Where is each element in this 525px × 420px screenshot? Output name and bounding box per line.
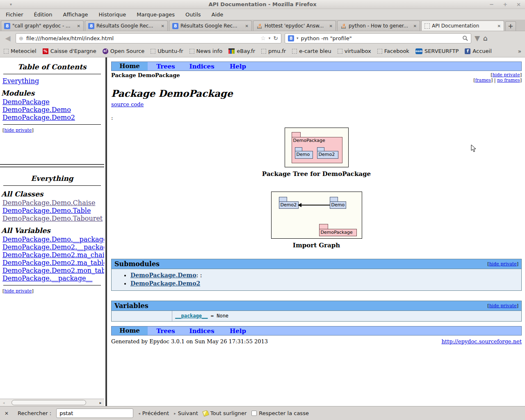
submodule-item: DemoPackage.Demo: :: [130, 271, 521, 279]
toc-link-demopackage-demo[interactable]: DemoPackage.Demo: [0, 106, 104, 114]
horizontal-scrollbar[interactable]: ◂ ▸: [0, 399, 104, 406]
find-input[interactable]: [56, 409, 133, 418]
source-code-link[interactable]: source code: [111, 101, 144, 107]
search-input[interactable]: [301, 35, 460, 41]
scrollbar-thumb[interactable]: [11, 400, 86, 405]
downloads-button[interactable]: ▼: [475, 34, 480, 42]
bookmark-open-source[interactable]: o!Open Source: [103, 48, 145, 54]
hide-private-link[interactable]: hide private: [4, 128, 32, 133]
nav-home[interactable]: Home: [112, 326, 148, 335]
nav-help[interactable]: Help: [220, 63, 256, 70]
url-dropdown-icon[interactable]: ▾: [269, 36, 271, 40]
bookmark-serveurftp[interactable]: osmSERVEURFTP: [415, 48, 459, 54]
submodule-link-demo2[interactable]: DemoPackage.Demo2: [130, 280, 200, 287]
menu-aide[interactable]: Aide: [212, 11, 224, 18]
url-bar[interactable]: ⊕ ☆ ▾ ↻: [16, 33, 281, 43]
tab-close-icon[interactable]: ✕: [329, 24, 333, 28]
url-input[interactable]: [26, 35, 258, 41]
nav-help[interactable]: Help: [220, 327, 256, 335]
home-button[interactable]: ⌂: [483, 34, 488, 42]
frameset-divider[interactable]: [104, 57, 108, 406]
menu-marque-pages[interactable]: Marque-pages: [137, 11, 175, 18]
close-button[interactable]: ×: [516, 1, 521, 7]
google-search-engine-icon[interactable]: 8: [288, 35, 294, 41]
tab-close-icon[interactable]: ✕: [245, 24, 249, 28]
variable-link[interactable]: DemoPackage.__package__: [0, 274, 104, 282]
bookmark-virtualbox[interactable]: virtualbox: [338, 48, 371, 54]
scroll-left-icon[interactable]: ◂: [1, 401, 7, 405]
tab-api-documentation[interactable]: API Documentation ✕: [421, 21, 504, 31]
menu-affichage[interactable]: Affichage: [63, 11, 88, 18]
tab-hottest-epydoc[interactable]: Hottest 'epydoc' Answ... ✕: [253, 21, 336, 31]
frames-link[interactable]: frames: [475, 78, 491, 83]
new-tab-button[interactable]: +: [505, 21, 516, 31]
bookmark-ebay[interactable]: eBay.fr: [228, 48, 255, 54]
bookmark-accueil[interactable]: fAccueil: [465, 48, 491, 54]
minimize-button[interactable]: −: [489, 1, 494, 7]
bookmark-ubuntu-fr[interactable]: Ubuntu-fr: [151, 48, 183, 54]
package-tree-graph[interactable]: DemoPackage Demo Demo2: [285, 128, 349, 167]
frame-divider[interactable]: [0, 164, 104, 167]
tab-call-graph[interactable]: 8 "call graph" epydoc - ... ✕: [1, 21, 84, 31]
bookmark-facebook[interactable]: Facebook: [377, 48, 409, 54]
nav-trees[interactable]: Trees: [148, 327, 184, 335]
search-engine-dropdown-icon[interactable]: ▾: [297, 36, 299, 40]
bookmark-caisse-epargne[interactable]: %Caisse d'Epargne: [43, 48, 96, 54]
window-menu-icon[interactable]: ▾: [10, 2, 12, 7]
hide-private-link[interactable]: hide private: [489, 303, 517, 308]
no-frames-link[interactable]: no frames: [497, 78, 520, 83]
submodule-link-demo[interactable]: DemoPackage.Demo: [130, 272, 196, 278]
menu-historique[interactable]: Historique: [99, 11, 126, 18]
bookmark-meteociel[interactable]: Meteociel: [4, 48, 37, 54]
tab-close-icon[interactable]: ✕: [77, 24, 80, 28]
menu-outils[interactable]: Outils: [185, 11, 201, 18]
bookmark-pmu[interactable]: pmu.fr: [261, 48, 286, 54]
tab-resultats-google-2[interactable]: 8 Résultats Google Rec... ✕: [169, 21, 252, 31]
hide-private-link[interactable]: hide private: [489, 261, 517, 267]
variable-link[interactable]: DemoPackage.Demo2.__package__: [0, 243, 104, 251]
bookmarks-overflow-icon[interactable]: »: [518, 48, 521, 55]
variable-link[interactable]: DemoPackage.Demo2.ma_table: [0, 259, 104, 267]
bookmark-star-icon[interactable]: ☆: [260, 35, 266, 41]
class-link-tabouret[interactable]: DemoPackage.Demo.Tabouret: [0, 215, 104, 222]
scroll-right-icon[interactable]: ▸: [98, 401, 103, 405]
tab-close-icon[interactable]: ✕: [498, 24, 501, 28]
highlight-all-button[interactable]: Tout surligner: [203, 410, 247, 416]
variable-link[interactable]: DemoPackage.Demo.__package__: [0, 235, 104, 243]
caisse-epargne-icon: %: [43, 48, 48, 54]
toc-link-demopackage-demo2[interactable]: DemoPackage.Demo2: [0, 114, 104, 121]
nav-home[interactable]: Home: [112, 62, 148, 71]
bookmark-e-carte-bleu[interactable]: e-carte bleu: [292, 48, 331, 54]
find-next-button[interactable]: ▸Suivant: [174, 410, 198, 416]
hide-private-link[interactable]: hide private: [4, 288, 32, 294]
match-case-checkbox[interactable]: [251, 411, 257, 416]
tab-close-icon[interactable]: ✕: [161, 24, 164, 28]
find-close-icon[interactable]: ✕: [5, 411, 9, 416]
hide-private-link[interactable]: hide private: [493, 72, 520, 78]
match-case-option[interactable]: Respecter la casse: [251, 410, 309, 416]
nav-indices[interactable]: Indices: [184, 327, 220, 335]
epydoc-homepage-link[interactable]: http://epydoc.sourceforge.net: [441, 338, 522, 345]
variable-package-link[interactable]: __package__: [175, 313, 208, 319]
tab-resultats-google-1[interactable]: 8 Résultats Google Rec... ✕: [85, 21, 168, 31]
tab-python-how-to[interactable]: python - How to gener... ✕: [337, 21, 420, 31]
search-icon[interactable]: [462, 35, 468, 41]
variable-link[interactable]: DemoPackage.Demo2.mon_tabouret: [0, 267, 104, 274]
nav-trees[interactable]: Trees: [148, 63, 184, 70]
maximize-button[interactable]: +: [503, 1, 507, 7]
toc-link-demopackage[interactable]: DemoPackage: [0, 98, 104, 106]
import-graph[interactable]: Demo2 Demo DemoPackage: [271, 192, 362, 239]
menu-edition[interactable]: Édition: [34, 11, 52, 18]
search-bar[interactable]: 8 ▾: [285, 33, 471, 43]
bookmark-news-info[interactable]: News info: [189, 48, 223, 54]
back-button[interactable]: ◀: [3, 34, 12, 42]
find-previous-button[interactable]: ◂Précédent: [138, 410, 169, 416]
toc-everything-link[interactable]: Everything: [0, 77, 104, 85]
nav-indices[interactable]: Indices: [184, 63, 220, 70]
menu-fichier[interactable]: Fichier: [6, 11, 23, 18]
tab-close-icon[interactable]: ✕: [413, 24, 417, 28]
class-link-table[interactable]: DemoPackage.Demo.Table: [0, 207, 104, 215]
reload-icon[interactable]: ↻: [273, 35, 278, 41]
class-link-chaise[interactable]: DemoPackage.Demo.Chaise: [0, 199, 104, 207]
variable-link[interactable]: DemoPackage.Demo2.ma_chaise: [0, 251, 104, 259]
